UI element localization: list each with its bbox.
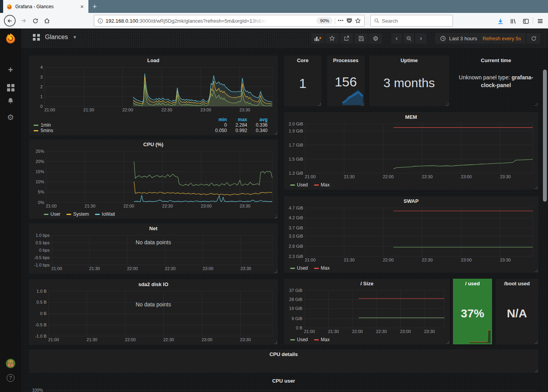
panel-title-cpu[interactable]: CPU (%) [29,140,278,149]
panel-title-root-size[interactable]: / Size [284,279,450,288]
browser-tab[interactable]: Grafana - Glances × [3,0,88,13]
panel-title-uptime[interactable]: Uptime [369,55,449,65]
panel-title-cpu-details[interactable]: CPU details [29,349,538,359]
page-actions-icon[interactable]: ••• [338,18,344,23]
root-size-chart[interactable]: 0 B9 GiB19 GiB28 GiB37 GiB21:0021:3022:0… [286,288,448,335]
panel-resize-handle[interactable] [535,369,537,372]
cpu-chart[interactable]: 0%5%10%15%20%25%21:0021:3022:0022:3023:0… [31,149,276,209]
panel-resize-handle[interactable] [489,341,491,344]
add-panel-button[interactable] [311,33,324,44]
panel-title-cpu-user[interactable]: CPU user [29,376,538,385]
legend-item-used[interactable]: Used [290,337,308,342]
legend-item-max[interactable]: Max [314,182,330,188]
panel-resize-handle[interactable] [535,341,537,344]
time-forward-button[interactable]: › [415,33,426,44]
tab-close-icon[interactable]: × [79,3,85,10]
panel-resize-handle[interactable] [274,341,277,344]
sidebar-toggle-icon[interactable] [521,17,530,25]
reload-button[interactable] [30,15,41,26]
legend-item-user[interactable]: User [44,211,60,217]
panel-title-net[interactable]: Net [29,224,278,233]
legend-item-iowait[interactable]: IoWait [95,211,115,217]
panel-resize-handle[interactable] [274,270,277,273]
load-chart[interactable]: 0123421:0021:3022:0022:3023:0023:30 [31,65,276,113]
help-icon[interactable]: ? [0,374,21,382]
user-avatar[interactable] [0,358,21,370]
configuration-gear-icon[interactable]: ⚙ [0,113,21,122]
grafana-favicon-icon [6,4,13,10]
svg-text:28 GiB: 28 GiB [289,297,302,302]
panel-title-disk-io[interactable]: sda2 disk IO [29,279,278,289]
panel-title-load[interactable]: Load [29,55,278,65]
star-dashboard-button[interactable] [325,33,339,44]
panel-resize-handle[interactable] [535,269,537,272]
zoom-out-button[interactable] [403,33,414,44]
share-dashboard-button[interactable] [340,33,353,44]
cpu-user-top-tick: 100% [32,388,43,392]
svg-text:22:30: 22:30 [162,204,173,208]
panel-core: Core 1 [284,55,322,106]
back-button[interactable] [4,15,16,27]
panel-title-processes[interactable]: Processes [327,55,365,65]
net-chart[interactable]: 1.0 bps0.5 bps0 bps-0.5 bps-1.0 bps21:00… [31,233,276,272]
time-range-picker[interactable]: Last 3 hours Refresh every 5s [435,33,526,44]
url-faded-tail: 3h&to= [252,18,269,24]
download-icon[interactable] [496,17,505,25]
core-value: 1 [284,76,322,91]
zoom-level-badge[interactable]: 90% [316,17,332,24]
dashboards-grid-icon[interactable] [0,82,21,91]
url-host: 192.168.0.100 [106,18,138,24]
panel-title-mem[interactable]: MEM [284,112,538,122]
panel-title-boot-used[interactable]: /boot used [496,279,538,288]
legend-item-max[interactable]: Max [314,337,330,342]
panel-resize-handle[interactable] [446,103,448,106]
refresh-button[interactable] [527,33,540,44]
search-bar[interactable] [370,15,453,27]
swap-legend: Used Max [290,265,330,271]
svg-text:1.3 GiB: 1.3 GiB [289,171,303,175]
alerting-bell-icon[interactable] [0,97,21,106]
legend-item-used[interactable]: Used [290,182,308,188]
time-back-button[interactable]: ‹ [391,33,402,44]
bookmark-star-icon[interactable] [355,18,361,24]
library-icon[interactable] [508,17,517,25]
panel-title-current-time[interactable]: Current time [454,55,538,65]
swap-chart[interactable]: 2.3 GiB2.8 GiB3.3 GiB3.7 GiB4.2 GiB4.7 G… [286,206,537,263]
site-info-icon[interactable] [97,18,103,24]
panel-resize-handle[interactable] [446,341,449,344]
mem-chart[interactable]: 1.3 GiB1.5 GiB1.7 GiB1.9 GiB2.0 GiB21:00… [286,122,537,180]
panel-title-root-used[interactable]: / used [453,279,492,288]
panel-resize-handle[interactable] [361,103,364,106]
nav-actions: ⚙ ‹ › Last 3 hours Refresh every 5s [310,33,540,44]
panel-resize-handle[interactable] [274,215,277,218]
svg-text:22:00: 22:00 [127,266,138,271]
dashboard-title-dropdown[interactable]: Glances ▼ [33,34,77,41]
grafana-logo-icon[interactable] [0,32,21,46]
panel-resize-handle[interactable] [535,103,537,106]
svg-text:19 GiB: 19 GiB [289,306,302,311]
create-plus-icon[interactable]: + [0,65,21,75]
legend-item-system[interactable]: System [66,211,89,217]
legend-item-max[interactable]: Max [314,265,330,271]
legend-item-used[interactable]: Used [290,265,308,271]
url-bar[interactable]: 192.168.0.100:3000/d/wRj5Dg2mk/glances?r… [94,15,365,27]
dashboard-settings-button[interactable]: ⚙ [369,33,382,44]
panel-title-core[interactable]: Core [284,55,322,65]
pocket-icon[interactable] [346,18,352,24]
panel-title-swap[interactable]: SWAP [284,196,538,206]
svg-text:22:00: 22:00 [383,174,394,179]
legend-item-1min[interactable]: 1min [34,122,204,128]
forward-button[interactable] [18,15,29,26]
menu-hamburger-icon[interactable] [536,17,544,25]
panel-resize-handle[interactable] [274,132,277,134]
new-tab-button[interactable]: + [88,0,101,13]
clock-icon [440,36,446,41]
panel-resize-handle[interactable] [535,186,537,189]
page-scrollbar-thumb[interactable] [543,70,547,202]
save-dashboard-button[interactable] [354,33,368,44]
search-input[interactable] [382,18,440,24]
panel-resize-handle[interactable] [318,103,321,106]
disk-chart[interactable]: 1.0 B0.5 B0 B-0.5 B-1.0 B21:0021:3022:00… [31,289,276,343]
home-button[interactable] [41,15,52,26]
legend-item-5mins[interactable]: 5mins [34,128,204,133]
